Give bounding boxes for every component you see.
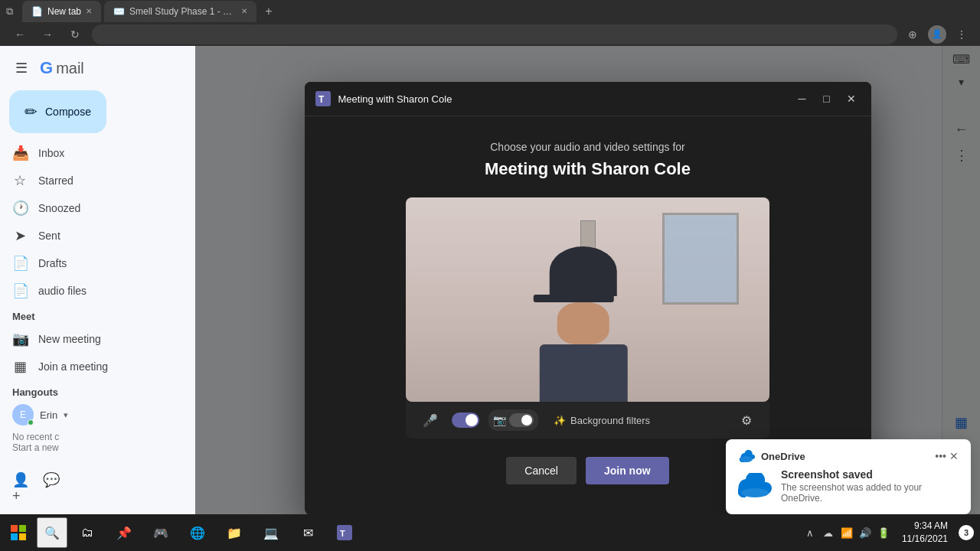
windows-logo-icon	[11, 525, 26, 540]
hamburger-menu[interactable]: ☰	[12, 59, 31, 77]
hangouts-user: E Erin ▾	[12, 404, 183, 425]
tab-new-tab[interactable]: 📄 New tab ✕	[22, 1, 101, 22]
close-button[interactable]: ✕	[841, 88, 862, 109]
sidebar-header: ☰ G mail	[0, 52, 195, 84]
video-preview-container	[406, 197, 769, 402]
camera-group[interactable]: 📷	[488, 409, 538, 431]
microphone-button[interactable]: 🎤	[418, 408, 443, 432]
no-recent-line1: No recent c	[12, 432, 183, 442]
titlebar-title: Meeting with Sharon Cole	[338, 93, 452, 105]
tab-gmail[interactable]: ✉️ Smell Study Phase 1 - duplicitya... ✕	[104, 1, 256, 22]
notification-cloud-icon	[738, 473, 772, 497]
nav-icons-right: ⊕ 👤 ⋮	[903, 25, 971, 44]
battery-icon[interactable]: 🔋	[876, 525, 891, 540]
body	[539, 344, 627, 402]
titlebar-left: T Meeting with Sharon Cole	[314, 90, 452, 108]
notification-actions: ••• ✕	[935, 450, 959, 462]
hangouts-avatar[interactable]: E	[12, 404, 34, 425]
drafts-label: Drafts	[38, 257, 67, 269]
search-button[interactable]: 🔍	[37, 517, 67, 548]
network-icon[interactable]: 📶	[839, 525, 854, 540]
notification-app-name: OneDrive	[761, 451, 805, 462]
tab-label: New tab	[47, 6, 81, 17]
hangouts-section: Hangouts E Erin ▾ No recent c Start a ne…	[0, 380, 195, 459]
sent-label: Sent	[38, 230, 60, 242]
sidebar-item-inbox[interactable]: 📥 Inbox	[0, 139, 183, 167]
svg-rect-6	[11, 533, 18, 540]
settings-button[interactable]: ⚙	[736, 409, 757, 431]
sidebar-bottom-icons: 👤+ 💬	[0, 465, 195, 496]
new-tab-button[interactable]: +	[260, 2, 278, 21]
compose-label: Compose	[45, 106, 91, 118]
taskbar-item-xbox[interactable]: 🎮	[144, 516, 178, 549]
profile-avatar[interactable]: 👤	[928, 25, 946, 44]
tab-bar: ⧉ 📄 New tab ✕ ✉️ Smell Study Phase 1 - d…	[0, 0, 980, 23]
meeting-title: Meeting with Sharon Cole	[485, 159, 691, 179]
notification-menu-button[interactable]: •••	[935, 450, 946, 462]
notification-header: OneDrive ••• ✕	[738, 450, 959, 462]
onedrive-systray-icon[interactable]: ☁	[821, 525, 836, 540]
refresh-button[interactable]: ↻	[64, 24, 86, 45]
systray-arrow-icon[interactable]: ∧	[802, 525, 818, 540]
sidebar-item-sent[interactable]: ➤ Sent	[0, 222, 183, 249]
start-new-line: Start a new	[12, 442, 183, 453]
taskbar-item-file-explorer[interactable]: 🗂	[70, 516, 104, 549]
start-button[interactable]	[0, 514, 37, 551]
maximize-button[interactable]: □	[816, 88, 838, 109]
tab-favicon: 📄	[31, 6, 43, 17]
notification-close-button[interactable]: ✕	[949, 450, 959, 462]
tab-gmail-favicon: ✉️	[113, 6, 125, 17]
taskbar-item-files[interactable]: 📁	[217, 516, 251, 549]
notification-description: The screenshot was added to your OneDriv…	[781, 482, 959, 504]
sidebar-item-drafts[interactable]: 📄 Drafts	[0, 249, 183, 277]
menu-button[interactable]: ⋮	[952, 25, 971, 44]
sidebar-item-new-meeting[interactable]: 📷 New meeting	[0, 325, 183, 353]
forward-button[interactable]: →	[37, 24, 58, 45]
sidebar-item-join-meeting[interactable]: ▦ Join a meeting	[0, 353, 183, 380]
taskbar: 🔍 🗂 📌 🎮 🌐 📁 💻 ✉ T ∧ ☁ 📶 🔊 🔋 9:34 AM 11/1…	[0, 514, 980, 551]
new-meeting-label: New meeting	[38, 333, 101, 345]
hangouts-dropdown-icon[interactable]: ▾	[64, 410, 68, 420]
tab-gmail-close-button[interactable]: ✕	[241, 7, 247, 15]
subtitle-text: Choose your audio and video settings for	[490, 141, 685, 153]
tab-close-button[interactable]: ✕	[86, 7, 92, 15]
address-bar[interactable]	[92, 24, 897, 44]
window-controls: ⧉	[6, 5, 13, 18]
taskbar-clock[interactable]: 9:34 AM 11/16/2021	[896, 520, 954, 546]
person-figure	[539, 246, 627, 402]
join-now-button[interactable]: Join now	[586, 457, 669, 484]
sidebar-item-starred[interactable]: ☆ Starred	[0, 167, 183, 194]
hangouts-no-recent: No recent c Start a new	[12, 432, 183, 453]
taskbar-item-pinned1[interactable]: 📌	[107, 516, 141, 549]
extensions-button[interactable]: ⊕	[903, 25, 922, 44]
action-buttons: Cancel Join now	[506, 457, 668, 484]
nav-bar: ← → ↻ ⊕ 👤 ⋮	[0, 23, 980, 46]
titlebar-controls: ─ □ ✕	[792, 88, 862, 109]
audio-files-icon: 📄	[12, 282, 28, 299]
notification-badge[interactable]: 3	[959, 525, 974, 540]
mic-toggle[interactable]	[452, 412, 479, 428]
browser-chrome: ⧉ 📄 New tab ✕ ✉️ Smell Study Phase 1 - d…	[0, 0, 980, 46]
svg-point-2	[740, 456, 753, 462]
add-people-icon[interactable]: 👤+	[12, 471, 31, 490]
minimize-button[interactable]: ─	[792, 88, 813, 109]
taskbar-item-edge[interactable]: 🌐	[181, 516, 214, 549]
back-button[interactable]: ←	[9, 24, 31, 45]
taskbar-right: ∧ ☁ 📶 🔊 🔋 9:34 AM 11/16/2021 3	[802, 520, 980, 546]
cancel-button[interactable]: Cancel	[506, 457, 577, 484]
restore-window-icon[interactable]: ⧉	[6, 5, 13, 18]
sidebar-item-snoozed[interactable]: 🕐 Snoozed	[0, 194, 183, 222]
background-filters-button[interactable]: ✨ Background filters	[547, 412, 656, 429]
compose-button[interactable]: ✏ Compose	[9, 90, 106, 133]
taskbar-item-device[interactable]: 💻	[254, 516, 288, 549]
taskbar-item-teams[interactable]: T	[328, 516, 361, 549]
hat-top	[550, 246, 617, 296]
gmail-logo: G mail	[40, 58, 84, 78]
notification-body: Screenshot saved The screenshot was adde…	[738, 468, 959, 504]
sidebar-item-audio-files[interactable]: 📄 audio files	[0, 277, 183, 305]
volume-icon[interactable]: 🔊	[858, 525, 873, 540]
taskbar-item-mail[interactable]: ✉	[291, 516, 325, 549]
systray: ∧ ☁ 📶 🔊 🔋	[802, 525, 891, 540]
camera-toggle[interactable]	[509, 413, 534, 427]
chat-icon[interactable]: 💬	[43, 471, 61, 490]
